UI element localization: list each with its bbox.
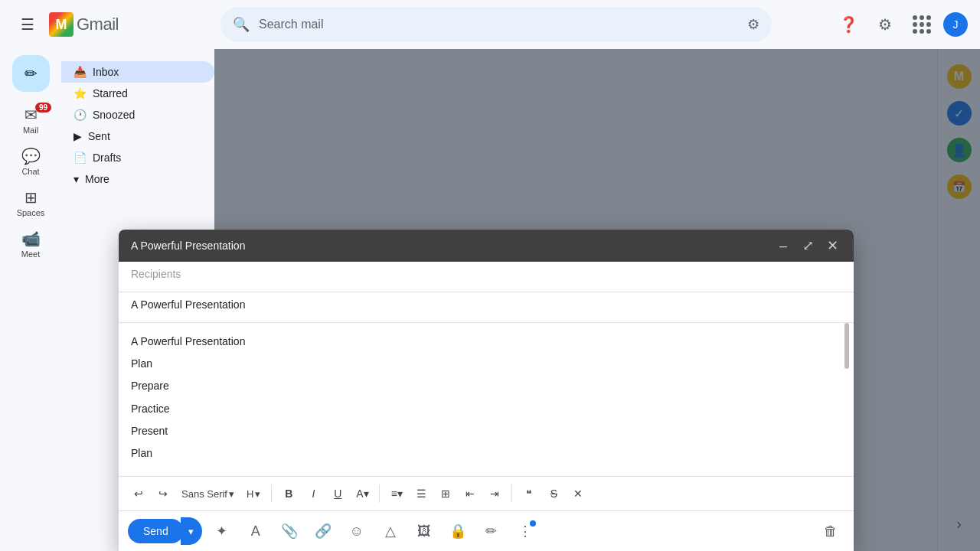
link-button[interactable]: 🔗	[309, 517, 337, 545]
text-color-button[interactable]: A▾	[351, 481, 373, 506]
numbered-list-button[interactable]: ☰	[410, 481, 432, 506]
sent-icon: ▶	[74, 130, 82, 142]
toolbar-separator-1	[271, 484, 272, 503]
signature-button[interactable]: ✏	[478, 517, 505, 545]
font-family-selector[interactable]: Sans Serif ▾	[177, 485, 239, 503]
label-more[interactable]: ▾ More	[61, 168, 214, 190]
help-button[interactable]: ❓	[833, 9, 864, 40]
subject-field[interactable]: A Powerful Presentation	[119, 292, 854, 323]
left-sidebar: ✏ 99 ✉ Mail 💬 Chat ⊞ Spaces 📹 Meet	[0, 49, 61, 551]
body-line-3: Prepare	[131, 377, 841, 396]
settings-button[interactable]: ⚙	[870, 9, 900, 40]
sidebar-item-chat-label: Chat	[21, 167, 39, 176]
body-line-2: Plan	[131, 354, 841, 373]
align-dropdown: ▾	[397, 487, 403, 500]
notification-dot	[530, 520, 536, 527]
lock-button[interactable]: 🔒	[444, 517, 472, 545]
color-indicator: ▾	[364, 487, 369, 500]
ai-assist-button[interactable]: ✦	[208, 517, 236, 545]
font-dropdown-icon: ▾	[229, 488, 234, 500]
action-bar: Send ▾ ✦ A 📎 🔗 ☺ △ 🖼 🔒 ✏ ⋮	[119, 510, 854, 551]
photo-button[interactable]: 🖼	[410, 517, 438, 545]
text-format-button[interactable]: A	[242, 517, 270, 545]
photo-icon: 🖼	[417, 523, 431, 540]
mail-badge: 99	[35, 103, 51, 112]
italic-button[interactable]: I	[302, 481, 324, 506]
modal-scrollbar[interactable]	[844, 262, 851, 429]
label-inbox[interactable]: 📥 Inbox	[61, 61, 214, 83]
recipients-field[interactable]: Recipients	[119, 262, 854, 292]
modal-controls: – ⤢ ✕	[774, 236, 841, 255]
sidebar-item-spaces[interactable]: ⊞ Spaces	[4, 184, 57, 222]
label-sent[interactable]: ▶ Sent	[61, 126, 214, 147]
attach-icon: 📎	[281, 523, 298, 540]
clear-format-button[interactable]: ✕	[567, 481, 589, 506]
pen-icon: ✏	[485, 523, 497, 540]
gmail-logo: M Gmail	[49, 12, 119, 37]
search-bar[interactable]: 🔍 Search mail ⚙	[220, 7, 772, 42]
redo-button[interactable]: ↪	[152, 481, 174, 506]
text-format-icon: A	[251, 523, 260, 540]
compose-modal: A Powerful Presentation – ⤢ ✕ Recipients…	[119, 230, 854, 551]
starred-icon: ⭐	[74, 87, 87, 99]
topbar: ☰ M Gmail 🔍 Search mail ⚙ ❓ ⚙ J	[0, 0, 980, 49]
sidebar-item-meet[interactable]: 📹 Meet	[4, 225, 57, 263]
heading-label: H	[247, 488, 253, 500]
heading-dropdown-icon: ▾	[255, 488, 260, 500]
send-button-group: Send ▾	[128, 517, 202, 545]
delete-button[interactable]: 🗑	[817, 517, 844, 545]
sidebar-item-chat[interactable]: 💬 Chat	[4, 142, 57, 181]
undo-button[interactable]: ↩	[128, 481, 149, 506]
apps-button[interactable]	[906, 9, 937, 40]
scrollbar-thumb	[844, 323, 849, 369]
send-button[interactable]: Send	[128, 519, 184, 543]
chat-icon: 💬	[21, 147, 41, 165]
underline-button[interactable]: U	[327, 481, 348, 506]
hamburger-menu[interactable]: ☰	[12, 9, 43, 40]
label-starred[interactable]: ⭐ Starred	[61, 83, 214, 104]
attach-button[interactable]: 📎	[276, 517, 303, 545]
search-filter-icon[interactable]: ⚙	[747, 16, 760, 33]
topbar-right: ❓ ⚙ J	[833, 9, 968, 40]
spaces-icon: ⊞	[24, 188, 38, 207]
indent-less-button[interactable]: ⇤	[459, 481, 481, 506]
ai-icon: ✦	[216, 523, 227, 540]
gmail-label: Gmail	[77, 15, 119, 34]
bold-button[interactable]: B	[278, 481, 299, 506]
align-button[interactable]: ≡▾	[386, 481, 407, 506]
bullet-list-button[interactable]: ⊞	[435, 481, 456, 506]
close-button[interactable]: ✕	[823, 236, 841, 255]
recipients-placeholder: Recipients	[131, 268, 181, 280]
sidebar-item-spaces-label: Spaces	[17, 208, 45, 217]
send-dropdown-button[interactable]: ▾	[181, 517, 202, 545]
gmail-m-icon: M	[49, 12, 74, 37]
sidebar-item-meet-label: Meet	[21, 249, 40, 259]
label-snoozed[interactable]: 🕐 Snoozed	[61, 104, 214, 126]
label-drafts[interactable]: 📄 Drafts	[61, 147, 214, 168]
drive-button[interactable]: △	[377, 517, 404, 545]
body-line-5: Present	[131, 422, 841, 441]
sidebar-item-mail[interactable]: 99 ✉ Mail	[4, 101, 57, 139]
compose-icon: ✏	[24, 64, 38, 83]
indent-more-button[interactable]: ⇥	[484, 481, 505, 506]
emoji-button[interactable]: ☺	[343, 517, 371, 545]
toolbar-separator-3	[511, 484, 512, 503]
strikethrough-button[interactable]: S	[543, 481, 564, 506]
avatar[interactable]: J	[943, 12, 968, 37]
inbox-icon: 📥	[74, 66, 87, 78]
expand-button[interactable]: ⤢	[799, 236, 817, 255]
compose-button[interactable]: ✏	[12, 55, 50, 92]
subject-text: A Powerful Presentation	[131, 298, 245, 311]
blockquote-button[interactable]: ❝	[518, 481, 540, 506]
body-line-6: Plan	[131, 444, 841, 463]
lock-icon: 🔒	[449, 523, 466, 540]
apps-grid-icon	[913, 15, 931, 34]
format-toolbar: ↩ ↪ Sans Serif ▾ H ▾ B I U A▾ ≡▾ ☰ ⊞ ⇤ ⇥…	[119, 476, 854, 510]
topbar-left: ☰ M Gmail	[12, 9, 211, 40]
minimize-button[interactable]: –	[774, 236, 792, 255]
email-body[interactable]: A Powerful Presentation Plan Prepare Pra…	[119, 323, 854, 476]
more-options-button[interactable]: ⋮	[511, 517, 539, 545]
snoozed-icon: 🕐	[74, 109, 87, 121]
search-input[interactable]: Search mail	[259, 18, 738, 31]
font-size-selector[interactable]: H ▾	[242, 485, 265, 503]
